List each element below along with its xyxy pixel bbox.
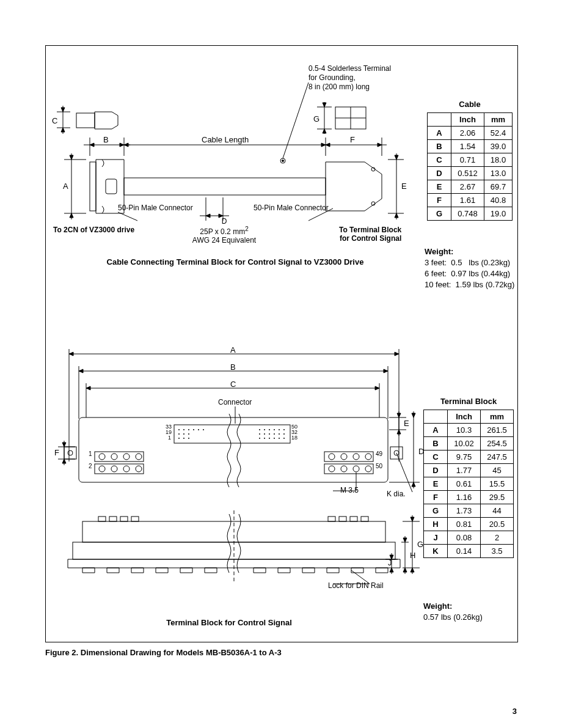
- svg-marker-59: [384, 369, 388, 373]
- dim-C: C: [52, 116, 57, 125]
- svg-rect-143: [98, 517, 106, 521]
- svg-point-95: [183, 438, 184, 439]
- svg-marker-33: [326, 143, 330, 147]
- svg-point-99: [269, 438, 270, 439]
- svg-point-85: [178, 433, 180, 435]
- cable-spec-l2: AWG 24 Equivalent: [188, 236, 261, 245]
- svg-marker-157: [411, 517, 414, 521]
- svg-point-84: [283, 429, 285, 430]
- svg-rect-150: [361, 517, 368, 521]
- solderless-l1: 0.5-4 Solderless Terminal: [308, 64, 391, 73]
- term-50: 50: [376, 463, 382, 469]
- svg-rect-0: [76, 113, 95, 128]
- svg-marker-12: [323, 103, 326, 107]
- svg-marker-53: [69, 352, 73, 356]
- cable-table-title: Cable: [427, 100, 513, 109]
- svg-point-80: [264, 429, 265, 430]
- dim2-C: C: [230, 380, 236, 389]
- cable-table: Inchmm A2.0652.4B1.5439.0C0.7118.0D0.512…: [427, 112, 513, 221]
- dim2-A: A: [230, 345, 236, 355]
- dim2-E: E: [404, 419, 409, 428]
- svg-point-92: [279, 433, 280, 435]
- dim-B: B: [103, 135, 109, 144]
- svg-point-100: [274, 438, 275, 439]
- dim-D: D: [188, 217, 261, 226]
- tb-weight-title: Weight:: [423, 601, 483, 612]
- svg-point-94: [178, 438, 180, 439]
- svg-point-20: [282, 160, 284, 162]
- svg-point-117: [341, 454, 347, 460]
- svg-point-114: [123, 466, 130, 472]
- svg-marker-130: [397, 413, 401, 417]
- svg-rect-106: [324, 452, 373, 461]
- cable-weight: Weight: 3 feet: 0.5 lbs (0.23kg) 6 feet:…: [425, 246, 514, 290]
- dim-E: E: [401, 182, 407, 191]
- svg-point-86: [183, 433, 184, 435]
- svg-point-120: [329, 466, 335, 472]
- svg-point-93: [283, 433, 285, 435]
- term-1: 1: [89, 450, 92, 457]
- svg-rect-72: [174, 425, 290, 443]
- svg-point-79: [259, 429, 260, 430]
- tb-weight: Weight: 0.57 lbs (0.26kg): [423, 601, 483, 623]
- svg-point-81: [269, 429, 270, 430]
- svg-point-112: [99, 466, 105, 472]
- solderless-l2: for Grounding,: [308, 73, 391, 83]
- section2-title: Terminal Block for Control Signal: [137, 618, 321, 627]
- svg-point-89: [264, 433, 265, 435]
- tb-table-block: Terminal Block Inchmm A10.3261.5B10.0225…: [423, 397, 514, 558]
- svg-point-108: [99, 454, 105, 460]
- svg-point-69: [68, 450, 73, 455]
- svg-marker-28: [124, 143, 128, 147]
- svg-point-98: [264, 438, 265, 439]
- svg-point-97: [259, 438, 260, 439]
- svg-marker-25: [90, 143, 94, 147]
- svg-marker-158: [411, 568, 414, 572]
- svg-point-101: [279, 438, 280, 439]
- dim2-B: B: [230, 362, 236, 372]
- svg-point-109: [111, 454, 117, 460]
- lbl-to-2cn: To 2CN of VZ3000 drive: [53, 226, 134, 234]
- svg-point-74: [183, 429, 184, 430]
- lbl-to-tb: To Terminal Block for Control Signal: [339, 226, 401, 243]
- pin-1: 1: [168, 435, 171, 441]
- svg-point-110: [123, 454, 130, 460]
- lbl-M35: M 3.5: [340, 486, 359, 495]
- svg-point-75: [188, 429, 189, 430]
- dim-cable-length: Cable Length: [202, 135, 249, 144]
- svg-marker-43: [395, 155, 398, 160]
- dim-F: F: [350, 135, 355, 144]
- pin-18: 18: [291, 435, 297, 441]
- svg-rect-147: [328, 517, 335, 521]
- svg-point-121: [341, 466, 347, 472]
- lbl-lock: Lock for DIN Rail: [328, 581, 384, 590]
- svg-point-78: [203, 429, 204, 430]
- svg-point-91: [274, 433, 275, 435]
- svg-point-118: [353, 454, 359, 460]
- dim2-G: G: [417, 540, 423, 549]
- svg-point-115: [136, 466, 142, 472]
- svg-point-83: [279, 429, 280, 430]
- svg-point-123: [365, 466, 371, 472]
- svg-marker-135: [412, 482, 415, 487]
- svg-line-21: [283, 83, 308, 158]
- svg-marker-54: [395, 352, 399, 356]
- svg-rect-68: [64, 447, 76, 459]
- svg-marker-140: [62, 459, 66, 463]
- svg-point-119: [365, 454, 371, 460]
- svg-marker-161: [403, 538, 407, 542]
- svg-rect-107: [324, 464, 373, 474]
- page-number: 3: [513, 707, 517, 716]
- svg-marker-166: [390, 568, 393, 572]
- solderless-l3: 8 in (200 mm) long: [308, 83, 391, 92]
- page: 0.5-4 Solderless Terminal for Grounding,…: [0, 0, 562, 728]
- cable-weight-title: Weight:: [425, 246, 514, 257]
- svg-marker-34: [378, 143, 382, 147]
- dim2-H: H: [410, 551, 415, 560]
- svg-marker-131: [397, 430, 401, 434]
- dim-D-block: D 25P x 0.2 mm2 AWG 24 Equivalent: [188, 217, 261, 245]
- svg-rect-16: [124, 178, 326, 195]
- svg-point-96: [188, 438, 189, 439]
- svg-point-111: [136, 454, 142, 460]
- svg-marker-13: [323, 129, 326, 133]
